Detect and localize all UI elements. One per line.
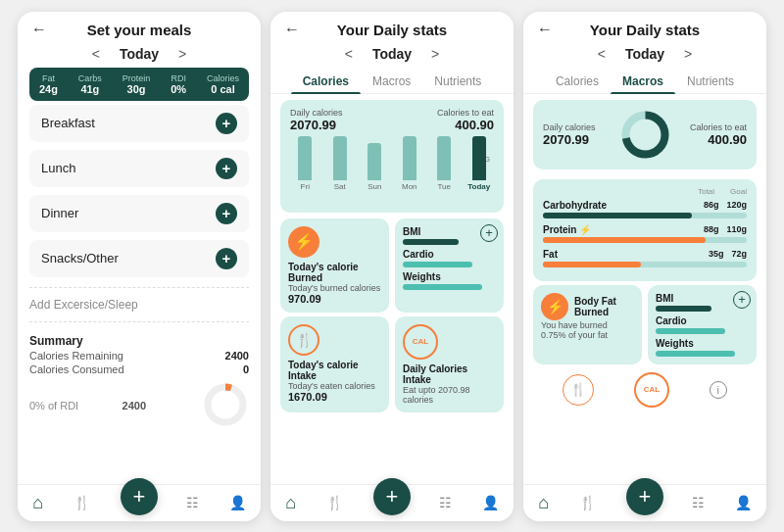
add-snacks-btn[interactable]: +: [216, 248, 237, 269]
tab-nutrients-panel2[interactable]: Nutrients: [422, 70, 493, 93]
bodyfat-icon: ⚡: [541, 293, 568, 320]
fab-btn-panel2[interactable]: +: [373, 478, 411, 515]
next-date-panel1[interactable]: >: [178, 46, 186, 62]
panel2-header: ← Your Daily stats: [270, 12, 514, 44]
date-nav-panel3: < Today >: [523, 44, 766, 68]
nav-fork-panel3[interactable]: 🍴: [579, 495, 596, 510]
bodyfat-card: ⚡ Body Fat Burned You have burned 0.75% …: [533, 285, 642, 364]
nav-home-panel2[interactable]: ⌂: [285, 493, 296, 513]
panel2-title: Your Daily stats: [337, 22, 447, 38]
prev-date-panel2[interactable]: <: [345, 46, 353, 62]
nav-user-panel1[interactable]: 👤: [229, 495, 246, 510]
activity-cardio-p3: Cardio: [656, 315, 749, 334]
bodyfat-row: ⚡ Body Fat Burned You have burned 0.75% …: [533, 285, 757, 364]
nav-home-panel3[interactable]: ⌂: [538, 493, 549, 513]
bar-sun: Sun: [360, 136, 390, 191]
fab-btn-panel3[interactable]: +: [626, 478, 663, 515]
info-icon-p3[interactable]: i: [710, 381, 727, 399]
calories-remaining-row: Calories Remaining 2400: [29, 350, 249, 362]
daily-calories-intake-card: CAL Daily Calories Intake Eat upto 2070.…: [395, 316, 504, 412]
burned-icon: ⚡: [288, 226, 319, 258]
summary-bottom: 0% of RDI 2400: [18, 381, 261, 428]
macro-protein-row: Protein ⚡ 88g 110g: [543, 224, 747, 243]
intake-cards-row: 🍴 Today's calorie Intake Today's eaten c…: [280, 316, 504, 412]
next-date-panel3[interactable]: >: [684, 46, 692, 62]
date-nav-panel1: < Today >: [18, 44, 261, 68]
nav-doc-panel2[interactable]: ☷: [439, 495, 452, 510]
macro-rdi: RDI 0%: [171, 73, 186, 95]
cal-badge-p3: CAL: [634, 372, 669, 408]
tab-nutrients-panel3[interactable]: Nutrients: [675, 70, 746, 93]
nav-doc-panel1[interactable]: ☷: [186, 495, 199, 510]
bottom-nav-panel1: ⌂ 🍴 ☷ 👤 +: [18, 484, 261, 521]
donut-macros: [618, 108, 672, 162]
add-dinner-btn[interactable]: +: [216, 203, 237, 224]
tab-macros-panel2[interactable]: Macros: [361, 70, 422, 93]
bar-today: Today: [465, 136, 495, 191]
carb-progress-fill: [543, 213, 692, 218]
calories-to-eat-stat: Calories to eat 400.90: [437, 108, 494, 132]
add-breakfast-btn[interactable]: +: [216, 113, 237, 134]
add-exercise-btn[interactable]: Add Excersice/Sleep: [18, 294, 261, 315]
next-date-panel2[interactable]: >: [431, 46, 439, 62]
activity-weights-p3: Weights: [656, 338, 749, 357]
chart-header: Daily calories 2070.99 Calories to eat 4…: [290, 108, 494, 132]
back-arrow-panel1[interactable]: ←: [31, 21, 47, 38]
calorie-burned-card: ⚡ Today's calorie Burned Today's burned …: [280, 218, 389, 313]
nav-user-panel2[interactable]: 👤: [482, 495, 499, 510]
bottom-icons-row-panel3: 🍴 CAL i: [533, 368, 757, 410]
protein-progress-fill: [543, 237, 706, 243]
cards-row-panel2: ⚡ Today's calorie Burned Today's burned …: [280, 218, 504, 313]
panel3-header: ← Your Daily stats: [523, 12, 766, 44]
date-label-panel1: Today: [120, 46, 159, 62]
meal-dinner: Dinner +: [29, 195, 249, 232]
svg-point-0: [208, 387, 243, 422]
calorie-intake-card: 🍴 Today's calorie Intake Today's eaten c…: [280, 316, 389, 412]
meal-breakfast: Breakfast +: [29, 105, 249, 142]
tab-calories-panel2[interactable]: Calories: [291, 70, 361, 93]
bar-chart: AVG Fri Sat Sun Mon: [290, 136, 494, 205]
summary-title: Summary: [29, 334, 249, 348]
nav-doc-panel3[interactable]: ☷: [692, 495, 705, 510]
nav-user-panel3[interactable]: 👤: [735, 495, 752, 510]
macro-fat-row: Fat 35g 72g: [543, 249, 747, 267]
bar-tue: Tue: [429, 136, 460, 191]
panel1-title: Set your meals: [87, 22, 192, 38]
nav-fork-panel1[interactable]: 🍴: [74, 495, 90, 510]
tab-macros-panel3[interactable]: Macros: [611, 70, 675, 93]
meal-snacks: Snacks/Other +: [29, 240, 249, 277]
bar-mon: Mon: [395, 136, 425, 191]
calories-consumed-row: Calories Consumed 0: [29, 363, 249, 375]
panel-set-meals: ← Set your meals < Today > Fat 24g Carbs…: [18, 12, 261, 521]
activity-card-panel3: + BMI Cardio Weights: [648, 285, 757, 364]
nav-fork-panel2[interactable]: 🍴: [326, 495, 343, 510]
add-lunch-btn[interactable]: +: [216, 158, 237, 179]
fab-btn-panel1[interactable]: +: [121, 478, 158, 515]
macro-carbs: Carbs 41g: [78, 73, 102, 95]
summary-section: Summary Calories Remaining 2400 Calories…: [18, 328, 261, 381]
back-arrow-panel2[interactable]: ←: [284, 21, 300, 38]
macro-carb-row: Carbohydrate 86g 120g: [543, 200, 747, 218]
bar-sat: Sat: [325, 136, 356, 191]
meal-lunch: Lunch +: [29, 150, 249, 187]
bottom-nav-panel2: ⌂ 🍴 ☷ 👤 +: [270, 484, 514, 521]
back-arrow-panel3[interactable]: ←: [537, 21, 553, 38]
tab-calories-panel3[interactable]: Calories: [544, 70, 611, 93]
prev-date-panel1[interactable]: <: [92, 46, 100, 62]
panel-daily-stats-calories: ← Your Daily stats < Today > Calories Ma…: [270, 12, 514, 521]
activity-card-panel2: + BMI Cardio Weights: [395, 218, 504, 313]
macro-fat: Fat 24g: [39, 73, 58, 95]
panel-daily-stats-macros: ← Your Daily stats < Today > Calories Ma…: [523, 12, 766, 521]
rdi-row: 0% of RDI 2400: [29, 396, 146, 413]
activity-add-btn[interactable]: +: [480, 224, 498, 242]
intake-icon-p3[interactable]: 🍴: [563, 374, 594, 406]
calories-chart-card: Daily calories 2070.99 Calories to eat 4…: [280, 100, 504, 213]
date-nav-panel2: < Today >: [270, 44, 514, 68]
donut-chart-mini: [202, 381, 249, 428]
fat-progress-fill: [543, 262, 641, 267]
prev-date-panel3[interactable]: <: [598, 46, 606, 62]
nav-home-panel1[interactable]: ⌂: [32, 493, 43, 513]
panel1-header: ← Set your meals: [18, 12, 261, 44]
panel3-title: Your Daily stats: [590, 22, 700, 38]
activity-add-btn-p3[interactable]: +: [733, 291, 751, 309]
